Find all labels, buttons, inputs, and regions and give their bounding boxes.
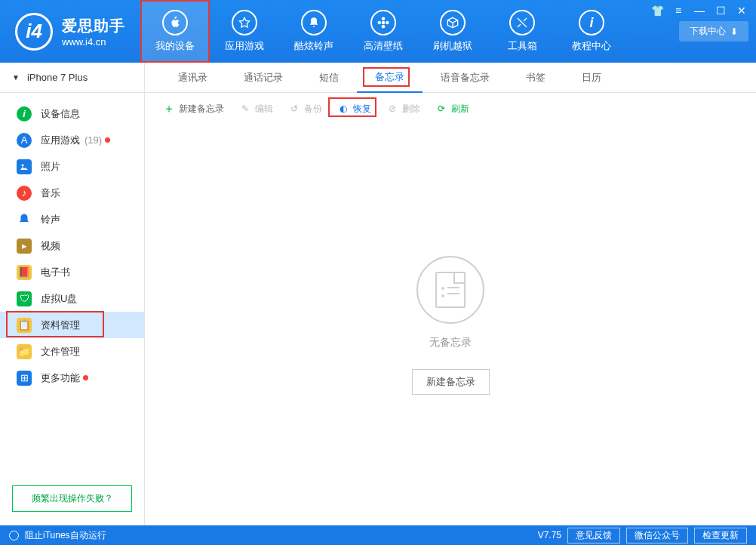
svg-point-3 — [378, 21, 382, 25]
logo-area: i4 爱思助手 www.i4.cn — [0, 13, 140, 51]
svg-point-4 — [386, 21, 389, 25]
update-button[interactable]: 检查更新 — [694, 528, 747, 543]
photo-icon — [17, 159, 32, 174]
create-note-button[interactable]: 新建备忘录 — [412, 369, 490, 395]
status-icon — [9, 531, 19, 540]
window-controls: 👕 ≡ — ☐ ✕ — [650, 5, 748, 17]
chevron-down-icon: ▼ — [12, 73, 20, 82]
sidebar-item-label: 设备信息 — [41, 107, 80, 121]
document-icon: 📋 — [17, 318, 32, 333]
sidebar-item-label: 应用游戏 — [41, 134, 80, 147]
sidebar-item-label: 照片 — [41, 160, 60, 174]
book-icon: 📕 — [17, 265, 32, 280]
logo-icon: i4 — [15, 13, 53, 51]
nav-wallpapers[interactable]: 高清壁纸 — [349, 0, 418, 63]
sidebar-item-videos[interactable]: ▸视频 — [0, 232, 144, 259]
nav-jailbreak[interactable]: 刷机越狱 — [418, 0, 487, 63]
toolbar: ＋新建备忘录 ✎编辑 ↺备份 ◐恢复 ⊘删除 ⟳刷新 — [145, 93, 756, 125]
sidebar-item-label: 电子书 — [41, 266, 70, 279]
tab-contacts[interactable]: 通讯录 — [160, 63, 226, 93]
feedback-button[interactable]: 意见反馈 — [567, 528, 620, 543]
box-icon — [440, 10, 466, 35]
nav-ringtones[interactable]: 酷炫铃声 — [279, 0, 349, 63]
nav-label: 工具箱 — [508, 39, 537, 53]
tab-voice-memos[interactable]: 语音备忘录 — [423, 63, 508, 93]
sidebar-item-apps[interactable]: A应用游戏(19) — [0, 127, 144, 153]
nav-label: 我的设备 — [155, 39, 195, 53]
minimize-icon[interactable]: — — [693, 5, 706, 17]
sidebar-item-music[interactable]: ♪音乐 — [0, 180, 144, 206]
menu-icon[interactable]: ≡ — [671, 5, 685, 17]
wechat-button[interactable]: 微信公众号 — [626, 528, 688, 543]
backup-button[interactable]: ↺备份 — [282, 100, 328, 119]
svg-point-2 — [382, 25, 386, 29]
sidebar-item-label: 更多功能 — [41, 371, 80, 385]
tool-label: 备份 — [304, 103, 322, 115]
appstore-icon — [232, 10, 257, 35]
close-icon[interactable]: ✕ — [735, 5, 748, 17]
notification-dot — [83, 375, 88, 380]
restore-button[interactable]: ◐恢复 — [331, 100, 377, 119]
sidebar-item-label: 视频 — [41, 239, 60, 253]
sidebar-item-udisk[interactable]: 🛡虚拟U盘 — [0, 285, 144, 312]
refresh-button[interactable]: ⟳刷新 — [429, 100, 475, 119]
tab-calendar[interactable]: 日历 — [564, 63, 619, 93]
bell-icon — [17, 212, 32, 227]
nav-label: 教程中心 — [572, 39, 611, 53]
version-label: V7.75 — [538, 530, 561, 540]
music-icon: ♪ — [17, 186, 32, 201]
app-header: i4 爱思助手 www.i4.cn 我的设备 应用游戏 酷炫铃声 高清壁纸 刷机… — [0, 0, 756, 63]
flower-icon — [370, 10, 396, 35]
svg-point-0 — [382, 21, 386, 25]
tab-notes[interactable]: 备忘录 — [357, 63, 423, 93]
maximize-icon[interactable]: ☐ — [714, 5, 727, 17]
new-note-button[interactable]: ＋新建备忘录 — [157, 100, 230, 119]
sidebar-item-device-info[interactable]: i设备信息 — [0, 100, 144, 127]
delete-icon: ⊘ — [386, 103, 398, 115]
tab-calllog[interactable]: 通话记录 — [226, 63, 301, 93]
download-center-button[interactable]: 下载中心 ⬇ — [679, 21, 748, 42]
sidebar-item-label: 音乐 — [41, 186, 60, 200]
nav-apps[interactable]: 应用游戏 — [210, 0, 279, 63]
refresh-icon: ⟳ — [435, 103, 447, 115]
tab-label: 备忘录 — [375, 70, 404, 84]
sidebar-item-ebooks[interactable]: 📕电子书 — [0, 259, 144, 285]
device-selector[interactable]: ▼ iPhone 7 Plus — [0, 63, 144, 93]
tool-label: 新建备忘录 — [179, 103, 224, 115]
app-name: 爱思助手 — [62, 16, 125, 36]
help-link[interactable]: 频繁出现操作失败？ — [12, 485, 132, 512]
footer-right: V7.75 意见反馈 微信公众号 检查更新 — [538, 528, 747, 543]
empty-icon — [416, 256, 484, 324]
header-right: 👕 ≡ — ☐ ✕ 下载中心 ⬇ — [650, 5, 748, 42]
nav-toolbox[interactable]: 工具箱 — [487, 0, 557, 63]
info-icon: i — [579, 10, 604, 35]
sidebar-list: i设备信息 A应用游戏(19) 照片 ♪音乐 铃声 ▸视频 📕电子书 🛡虚拟U盘… — [0, 93, 144, 476]
tab-sms[interactable]: 短信 — [301, 63, 357, 93]
sidebar-item-label: 资料管理 — [41, 319, 80, 332]
sidebar-item-photos[interactable]: 照片 — [0, 153, 144, 180]
edit-button[interactable]: ✎编辑 — [233, 100, 279, 119]
tool-label: 刷新 — [451, 103, 469, 115]
itunes-toggle[interactable]: 阻止iTunes自动运行 — [25, 529, 106, 542]
nav-label: 刷机越狱 — [433, 39, 472, 53]
sidebar-item-more[interactable]: ⊞更多功能 — [0, 365, 144, 391]
delete-button[interactable]: ⊘删除 — [380, 100, 426, 119]
nav-tutorials[interactable]: i 教程中心 — [557, 0, 626, 63]
tab-bookmarks[interactable]: 书签 — [508, 63, 564, 93]
tool-label: 恢复 — [353, 103, 371, 115]
sidebar-item-ringtones[interactable]: 铃声 — [0, 206, 144, 232]
app-url: www.i4.cn — [62, 36, 125, 48]
status-bar: 阻止iTunes自动运行 V7.75 意见反馈 微信公众号 检查更新 — [0, 525, 756, 545]
svg-point-5 — [22, 164, 24, 166]
plus-icon: ＋ — [163, 103, 175, 115]
nav-my-device[interactable]: 我的设备 — [140, 0, 210, 63]
skin-icon[interactable]: 👕 — [650, 5, 664, 17]
nav-label: 应用游戏 — [225, 39, 264, 53]
sidebar-item-file-mgmt[interactable]: 📁文件管理 — [0, 338, 144, 365]
sidebar-item-data-mgmt[interactable]: 📋资料管理 — [0, 312, 144, 338]
tool-label: 删除 — [402, 103, 420, 115]
nav-label: 酷炫铃声 — [294, 39, 333, 53]
apple-icon — [162, 10, 188, 35]
sidebar-item-label: 虚拟U盘 — [41, 292, 77, 306]
bell-icon — [301, 10, 327, 35]
